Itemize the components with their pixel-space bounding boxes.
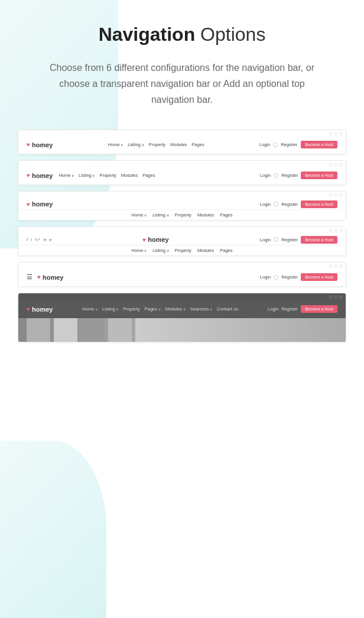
register-link-3[interactable]: Register: [281, 202, 298, 207]
login-link-4[interactable]: Login: [260, 237, 271, 242]
nav-auth-5: Login Register: [260, 274, 298, 280]
hamburger-icon[interactable]: ☰: [27, 274, 32, 280]
nav-link-home-2: Home: [58, 173, 74, 178]
nav-auth-4: Login Register: [260, 237, 298, 242]
nav-link-pages-4: Pages: [220, 248, 232, 253]
nav-link-property-1: Property: [149, 142, 165, 147]
nav-right-2: Login Register Become a Host: [260, 172, 337, 179]
logo-heart-4: ♥: [142, 237, 146, 243]
nav-bar-6: ♥ homey Home Listing Property Pages Modu…: [18, 300, 346, 318]
bg-thumb-4: [108, 318, 132, 342]
logo-heart-6: ♥: [27, 306, 30, 312]
nav-link-modules-6: Modules: [165, 306, 186, 312]
nav-link-modules-1: Modules: [170, 142, 187, 147]
nav-auth-6: Login Register: [268, 306, 298, 312]
nav-link-property-2: Property: [99, 173, 116, 178]
card-label-2: □ □ □: [18, 161, 346, 167]
nav-links-6: Home Listing Property Pages Modules Sear…: [82, 306, 238, 312]
logo-5: ♥ homey: [37, 274, 63, 281]
instagram-icon: in: [43, 237, 46, 242]
login-link-1[interactable]: Login: [259, 142, 270, 147]
auth-divider-3: [274, 202, 278, 206]
nav-links-1: Home Listing Property Modules Pages: [108, 142, 204, 147]
auth-divider-5: [274, 275, 278, 280]
nav-bg-image-6: [18, 318, 346, 342]
pinterest-icon: p: [50, 237, 52, 242]
login-link-5[interactable]: Login: [260, 274, 271, 280]
nav-preview-5: □ □ □ ☰ ♥ homey Login Register Become a …: [18, 262, 346, 287]
nav-left-5: ☰ ♥ homey: [27, 274, 63, 281]
logo-6: ♥ homey: [27, 306, 53, 313]
become-host-btn-6[interactable]: Become a Host: [301, 305, 337, 313]
nav-right-3: Login Register Become a Host: [260, 200, 337, 208]
nav-bar-bottom-4: Home Listing Property Modules Pages: [18, 245, 346, 255]
twitter-icon: t: [31, 237, 32, 242]
logo-heart-3: ♥: [27, 201, 30, 208]
nav-link-contact-6: Contact us: [217, 306, 238, 312]
nav-link-searches-6: Searches: [190, 306, 212, 312]
title-light: Options: [195, 24, 265, 45]
logo-text-6: homey: [32, 306, 53, 313]
auth-divider-1: [273, 143, 278, 147]
nav-link-property-3: Property: [175, 212, 191, 218]
nav-link-modules-2: Modules: [121, 173, 138, 178]
register-link-4[interactable]: Register: [281, 237, 298, 242]
nav-left-1: ♥ homey: [27, 141, 53, 148]
nav-preview-2: □ □ □ ♥ homey Home Listing Property Modu…: [18, 160, 346, 185]
nav-auth-2: Login Register: [260, 173, 298, 178]
nav-previews-container: □ □ □ ♥ homey Home Listing Property Modu…: [18, 130, 346, 342]
register-link-1[interactable]: Register: [281, 142, 297, 147]
logo-1: ♥ homey: [27, 141, 53, 148]
nav-auth-1: Login Register: [259, 142, 297, 147]
become-host-btn-4[interactable]: Become a Host: [301, 236, 337, 244]
become-host-btn-3[interactable]: Become a Host: [301, 200, 337, 208]
logo-2: ♥ homey: [27, 172, 53, 179]
logo-text-2: homey: [32, 172, 53, 179]
nav-link-listing-2: Listing: [79, 173, 95, 178]
nav-link-home-1: Home: [108, 142, 124, 147]
logo-text-4: homey: [148, 236, 168, 243]
nav-link-listing-3: Listing: [152, 212, 168, 218]
login-link-6[interactable]: Login: [268, 306, 278, 312]
bg-thumb-3: [81, 318, 105, 342]
nav-link-home-4: Home: [131, 248, 147, 253]
nav-link-home-6: Home: [82, 306, 98, 312]
nav-bar-2: ♥ homey Home Listing Property Modules Pa…: [18, 167, 346, 185]
nav-bar-top-3: ♥ homey Login Register Become a Host: [18, 198, 346, 209]
main-content: Navigation Options Choose from 6 differe…: [0, 0, 364, 366]
bg-thumb-2: [54, 318, 77, 342]
page-description: Choose from 6 different configurations f…: [40, 60, 324, 108]
nav-auth-3: Login Register: [260, 202, 298, 207]
card-label-4: □ □ □: [18, 227, 346, 233]
register-link-6[interactable]: Register: [281, 306, 298, 312]
nav-link-listing-6: Listing: [102, 306, 118, 312]
nav-link-pages-3: Pages: [220, 212, 232, 218]
logo-heart-2: ♥: [27, 172, 30, 179]
nav-preview-1: □ □ □ ♥ homey Home Listing Property Modu…: [18, 130, 346, 154]
nav-link-property-6: Property: [123, 306, 139, 312]
become-host-btn-2[interactable]: Become a Host: [301, 172, 337, 179]
logo-3: ♥ homey: [27, 200, 53, 208]
login-link-3[interactable]: Login: [260, 202, 271, 207]
become-host-btn-5[interactable]: Become a Host: [301, 273, 337, 281]
social-icons-4: f t G+ in p: [27, 237, 51, 242]
card-label-1: □ □ □: [18, 130, 346, 136]
bg-fill: [135, 318, 346, 342]
nav-link-listing-4: Listing: [152, 248, 168, 253]
nav-right-5: Login Register Become a Host: [260, 273, 337, 281]
login-link-2[interactable]: Login: [260, 173, 271, 178]
nav-link-listing-1: Listing: [128, 142, 144, 147]
card-label-6: □ □ □: [18, 293, 346, 300]
nav-bar-1: ♥ homey Home Listing Property Modules Pa…: [18, 136, 346, 154]
nav-link-modules-3: Modules: [197, 212, 214, 218]
page-title: Navigation Options: [18, 24, 346, 46]
register-link-2[interactable]: Register: [281, 173, 298, 178]
nav-preview-6: □ □ □ ♥ homey Home Listing Property Page…: [18, 293, 346, 342]
logo-text-3: homey: [32, 200, 53, 208]
title-bold: Navigation: [99, 24, 196, 45]
logo-heart-1: ♥: [27, 141, 30, 148]
register-link-5[interactable]: Register: [281, 274, 298, 280]
nav-bar-5: ☰ ♥ homey Login Register Become a Host: [18, 268, 346, 286]
become-host-btn-1[interactable]: Become a Host: [301, 141, 337, 148]
card-label-3: □ □ □: [18, 192, 346, 198]
